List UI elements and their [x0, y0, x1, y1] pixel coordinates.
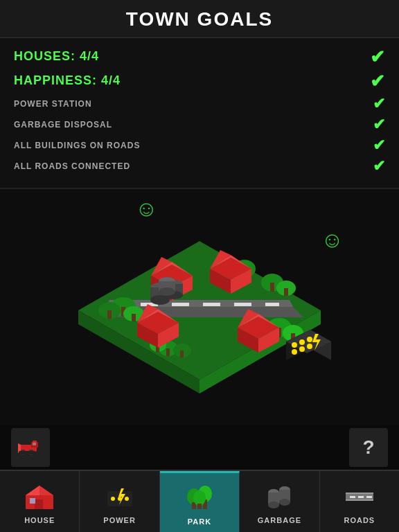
svg-rect-29 [180, 351, 184, 357]
action-area: ? [0, 427, 399, 468]
svg-rect-6 [172, 303, 189, 306]
svg-point-62 [307, 344, 312, 349]
svg-rect-111 [366, 496, 372, 498]
svg-rect-19 [284, 288, 288, 296]
goal-row-5: ALL ROADS CONNECTED✔ [14, 157, 385, 175]
park-icon [183, 481, 216, 515]
svg-rect-99 [197, 504, 202, 509]
svg-rect-87 [30, 498, 35, 504]
toolbar-item-power[interactable]: POWER [80, 471, 159, 532]
goals-panel: HOUSES: 4/4✔HAPPINESS: 4/4✔POWER STATION… [0, 38, 399, 189]
svg-point-98 [193, 490, 206, 506]
game-area[interactable]: ☺ ☺ [0, 189, 399, 425]
svg-marker-85 [39, 486, 53, 495]
help-button[interactable]: ? [349, 428, 388, 467]
goal-check-0: ✔ [366, 46, 385, 68]
svg-point-59 [307, 337, 312, 342]
goal-row-2: POWER STATION✔ [14, 95, 385, 113]
goal-label-1: HAPPINESS: 4/4 [14, 73, 121, 88]
goal-check-1: ✔ [366, 71, 385, 92]
goal-label-4: ALL BUILDINGS ON ROADS [14, 141, 140, 150]
toolbar-label-roads: ROADS [344, 516, 375, 524]
svg-rect-8 [234, 303, 251, 306]
goal-row-4: ALL BUILDINGS ON ROADS✔ [14, 136, 385, 154]
goal-check-3: ✔ [366, 116, 385, 134]
goal-row-1: HAPPINESS: 4/4✔ [14, 71, 385, 92]
svg-rect-108 [346, 499, 373, 501]
svg-point-92 [125, 497, 129, 501]
header: TOWN GOALS [0, 0, 399, 38]
goal-row-3: GARBAGE DISPOSAL✔ [14, 116, 385, 134]
svg-point-61 [299, 346, 305, 352]
goal-check-2: ✔ [366, 95, 385, 113]
house-icon [23, 480, 56, 513]
svg-rect-107 [346, 493, 373, 494]
svg-rect-82 [19, 451, 35, 454]
svg-rect-9 [265, 303, 279, 306]
toolbar-item-house[interactable]: HOUSE [0, 471, 80, 532]
smiley-2: ☺ [321, 227, 344, 253]
svg-rect-13 [107, 310, 112, 319]
city-scene [51, 200, 348, 414]
power-icon [103, 480, 136, 513]
smiley-1: ☺ [135, 196, 158, 222]
svg-rect-7 [203, 303, 220, 306]
svg-marker-84 [26, 486, 39, 495]
bottom-toolbar: HOUSE POWER PARK GARBAGE [0, 470, 399, 532]
goal-check-4: ✔ [366, 136, 385, 154]
goal-check-5: ✔ [366, 157, 385, 175]
toolbar-label-garbage: GARBAGE [258, 516, 301, 524]
svg-rect-17 [270, 283, 274, 292]
goal-label-0: HOUSES: 4/4 [14, 49, 99, 64]
help-icon: ? [362, 436, 374, 459]
toolbar-item-park[interactable]: PARK [160, 471, 240, 532]
goal-label-5: ALL ROADS CONNECTED [14, 161, 130, 171]
toolbar-label-house: HOUSE [24, 516, 55, 524]
bulldoze-button[interactable] [11, 428, 50, 467]
svg-point-90 [111, 497, 115, 501]
svg-point-102 [268, 502, 279, 508]
toolbar-item-roads[interactable]: ROADS [320, 471, 399, 532]
page-title: TOWN GOALS [0, 8, 399, 30]
svg-rect-25 [166, 348, 170, 356]
svg-point-105 [279, 499, 290, 506]
svg-rect-76 [33, 443, 36, 445]
toolbar-label-power: POWER [103, 516, 136, 524]
svg-point-58 [299, 339, 305, 345]
svg-rect-109 [350, 496, 355, 498]
svg-rect-86 [35, 499, 43, 509]
svg-rect-110 [358, 496, 364, 498]
goal-label-3: GARBAGE DISPOSAL [14, 120, 112, 130]
svg-point-72 [159, 287, 175, 296]
garbage-icon [263, 480, 296, 513]
goal-label-2: POWER STATION [14, 99, 92, 109]
svg-point-57 [292, 342, 297, 348]
goal-row-0: HOUSES: 4/4✔ [14, 46, 385, 68]
toolbar-item-garbage[interactable]: GARBAGE [240, 471, 319, 532]
toolbar-label-park: PARK [188, 517, 211, 526]
svg-rect-15 [132, 314, 136, 321]
roads-icon [343, 480, 376, 513]
svg-point-60 [292, 349, 297, 355]
bulldozer-icon [17, 438, 44, 457]
